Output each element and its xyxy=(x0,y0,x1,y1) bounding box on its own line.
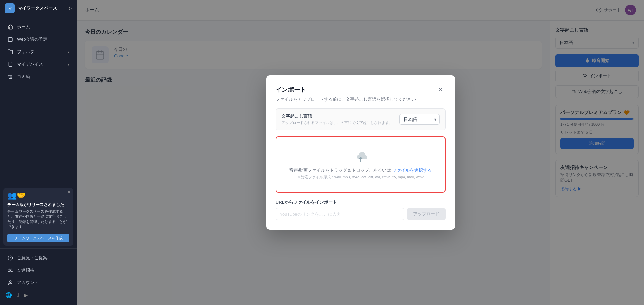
modal-lang-label-sub: アップロードされるファイルは、この言語で文字起こしされます。 xyxy=(281,120,395,125)
workspace-name: マイワークスペース xyxy=(18,5,66,11)
svg-point-9 xyxy=(10,269,11,271)
promo-banner: ✕ 👥🤝 チーム版がリリースされました チームワークスペースを作成すると、友達や… xyxy=(3,188,73,246)
sidebar-item-account[interactable]: アカウント xyxy=(2,277,75,289)
promo-close-button[interactable]: ✕ xyxy=(67,190,71,195)
sidebar-item-feedback-label: ご意見・ご提案 xyxy=(17,255,48,261)
modal-lang-select[interactable]: 日本語 English 中文 한국어 xyxy=(399,114,440,125)
drop-zone[interactable]: 音声/動画ファイルをドラッグ＆ドロップ、あるいは ファイルを選択する ※対応ファ… xyxy=(276,136,446,193)
sidebar-item-home[interactable]: ホーム xyxy=(2,21,75,33)
drop-zone-text: 音声/動画ファイルをドラッグ＆ドロップ、あるいは ファイルを選択する xyxy=(289,167,432,173)
main-content: ホーム サポート AT 今日のカレンダー 今日の xyxy=(77,0,644,305)
calendar-icon xyxy=(7,36,13,42)
modal-header: インポート × xyxy=(276,85,446,94)
sidebar-item-folder-label: フォルダ xyxy=(17,49,34,55)
promo-title: チーム版がリリースされました xyxy=(7,202,69,208)
svg-rect-4 xyxy=(9,62,12,66)
sidebar-item-account-label: アカウント xyxy=(17,280,39,286)
import-modal: インポート × ファイルをアップロードする前に、文字起こし言語を選択してください… xyxy=(266,75,455,230)
workspace-icon: マ xyxy=(5,3,15,13)
sidebar-bottom: ご意見・ご提案 友達招待 アカウント 🌐  ▶ xyxy=(0,248,77,305)
drop-zone-formats: ※対応ファイル形式：wav, mp3, m4a, caf, aiff, avi,… xyxy=(297,175,423,180)
sidebar-item-feedback[interactable]: ご意見・ご提案 xyxy=(2,252,75,264)
modal-lang-row: 文字起こし言語 アップロードされるファイルは、この言語で文字起こしされます。 日… xyxy=(276,108,446,130)
svg-rect-0 xyxy=(8,38,12,42)
folder-icon xyxy=(7,49,13,55)
feedback-icon xyxy=(7,255,13,261)
modal-overlay[interactable]: インポート × ファイルをアップロードする前に、文字起こし言語を選択してください… xyxy=(77,0,644,305)
device-arrow-icon: ▾ xyxy=(68,63,69,66)
sidebar-nav: ホーム Web会議の予定 フォルダ ▾ マイデバイス ▾ ゴミ箱 xyxy=(0,17,77,185)
sidebar-item-my-device[interactable]: マイデバイス ▾ xyxy=(2,58,75,70)
url-input-row: アップロード xyxy=(276,208,446,220)
sidebar-item-trash-label: ゴミ箱 xyxy=(17,74,30,80)
create-team-workspace-button[interactable]: チームワークスペースを作成 xyxy=(7,234,69,242)
svg-point-10 xyxy=(9,281,11,282)
store-icons: 🌐  ▶ xyxy=(0,289,77,301)
upload-cloud-icon xyxy=(352,149,369,163)
workspace-header[interactable]: マ マイワークスペース ⟨⟩ xyxy=(0,0,77,17)
sidebar-item-trash[interactable]: ゴミ箱 xyxy=(2,71,75,83)
web-store-icon[interactable]: 🌐 xyxy=(5,292,12,298)
sidebar-item-folder[interactable]: フォルダ ▾ xyxy=(2,46,75,58)
modal-title: インポート xyxy=(276,86,306,94)
modal-subtitle: ファイルをアップロードする前に、文字起こし言語を選択してください xyxy=(276,96,446,102)
invite-icon xyxy=(7,267,13,273)
promo-body: チームワークスペースを作成すると、友達や同僚と一緒に文字おこしたり、記録を管理し… xyxy=(7,209,69,229)
home-icon xyxy=(7,24,13,30)
sidebar-item-invite[interactable]: 友達招待 xyxy=(2,264,75,276)
sidebar-item-home-label: ホーム xyxy=(17,24,30,30)
sidebar-item-web-meeting-label: Web会議の予定 xyxy=(17,36,48,42)
play-store-icon[interactable]: ▶ xyxy=(24,292,28,298)
device-icon xyxy=(7,61,13,67)
account-icon xyxy=(7,280,13,286)
sidebar-item-web-meeting[interactable]: Web会議の予定 xyxy=(2,33,75,45)
url-section-title: URLからファイルをインポート xyxy=(276,199,446,205)
modal-lang-label: 文字起こし言語 アップロードされるファイルは、この言語で文字起こしされます。 xyxy=(281,113,395,125)
modal-close-button[interactable]: × xyxy=(436,85,446,94)
apple-store-icon[interactable]:  xyxy=(17,292,19,298)
sidebar: マ マイワークスペース ⟨⟩ ホーム Web会議の予定 フォルダ ▾ xyxy=(0,0,77,305)
file-select-link[interactable]: ファイルを選択する xyxy=(392,168,432,173)
url-upload-button[interactable]: アップロード xyxy=(407,208,446,220)
sidebar-item-invite-label: 友達招待 xyxy=(17,267,34,273)
sidebar-item-my-device-label: マイデバイス xyxy=(17,61,43,67)
url-input[interactable] xyxy=(276,208,404,220)
modal-lang-label-title: 文字起こし言語 xyxy=(281,113,395,120)
trash-icon xyxy=(7,74,13,80)
modal-lang-select-wrap: 日本語 English 中文 한국어 xyxy=(399,114,440,125)
promo-illustration: 👥🤝 xyxy=(7,191,69,200)
workspace-arrow-icon: ⟨⟩ xyxy=(69,6,72,11)
folder-arrow-icon: ▾ xyxy=(68,50,69,54)
